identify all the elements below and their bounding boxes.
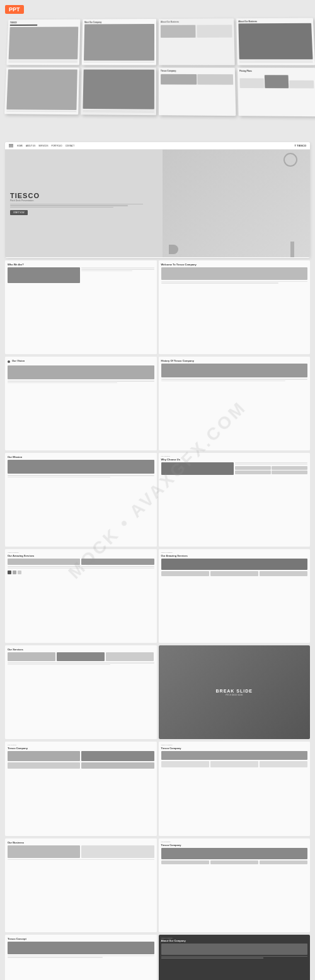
break-title: BREAK SLIDE [216, 689, 253, 693]
hamburger-icon [9, 144, 13, 147]
nav-home[interactable]: HOME [17, 145, 23, 147]
mini-slide-7[interactable]: Tiesco Company [159, 68, 236, 116]
ppt-badge: PPT [5, 5, 24, 14]
business-slide[interactable]: Our Business [5, 838, 157, 932]
who-we-are-slide[interactable]: Who We Are? [5, 260, 157, 354]
why-choose-slide[interactable]: Our Services Why Choose Us [159, 453, 311, 547]
break-subtitle: PITCH DECK SLIDE [226, 694, 243, 696]
top-slides-area: TIESCO Meet Our Company [5, 19, 310, 138]
welcome-slide[interactable]: Welcome To Tiesco Company [159, 260, 311, 354]
our-services-slide[interactable]: Our Services [5, 645, 157, 739]
mini-slide-5[interactable] [4, 67, 79, 114]
tiesco-team-slide[interactable]: Our Business Tiesco Company [159, 838, 311, 932]
tiesco-company-slide[interactable]: Tiesco Company Tiesco Company [159, 742, 311, 835]
nav-contact[interactable]: CONTACT [66, 145, 74, 147]
amazing-services-1[interactable]: About Company Our Amazing Services [5, 549, 157, 643]
about-company-slide[interactable]: Tiesco Company About Our Company [159, 935, 311, 980]
amazing-services-2[interactable]: Tiesco Company Our Amazing Services [159, 549, 311, 643]
mini-slide-3[interactable]: About Our Business [159, 18, 235, 65]
hero-title: TIESCO [10, 192, 158, 199]
nav-services[interactable]: SERVICES [38, 145, 48, 147]
mini-slide-6[interactable] [81, 68, 156, 116]
portfolio-slide[interactable]: Our Portfolio Tiesco Company [5, 742, 157, 835]
hero-nav: HOME ABOUT US SERVICES PORTFOLIO CONTACT… [5, 142, 310, 150]
mini-slide-4[interactable]: About Our Business [236, 18, 315, 65]
hero-slide[interactable]: HOME ABOUT US SERVICES PORTFOLIO CONTACT… [5, 142, 310, 258]
hero-subtitle: Pitch Deck Presentation [10, 199, 158, 202]
mini-slide-1[interactable]: TIESCO [6, 19, 80, 65]
tiesco-concept-slide[interactable]: Tiesco Concept [5, 935, 157, 980]
history-slide[interactable]: History Of Tiesco Company [159, 357, 311, 450]
our-mission-slide[interactable]: Our Mission [5, 453, 157, 547]
nav-logo: T TIESCO [295, 144, 306, 147]
mini-slide-8[interactable]: Pricing Plans [238, 68, 315, 117]
nav-portfolio[interactable]: PORTFOLIO [51, 145, 62, 147]
nav-about[interactable]: ABOUT US [26, 145, 35, 147]
cta-button[interactable]: START NOW [10, 210, 28, 215]
mini-slide-2[interactable]: Meet Our Company [82, 19, 156, 65]
our-vision-slide[interactable]: Our Vision [5, 357, 157, 450]
break-slide[interactable]: BREAK SLIDE PITCH DECK SLIDE [159, 645, 311, 739]
